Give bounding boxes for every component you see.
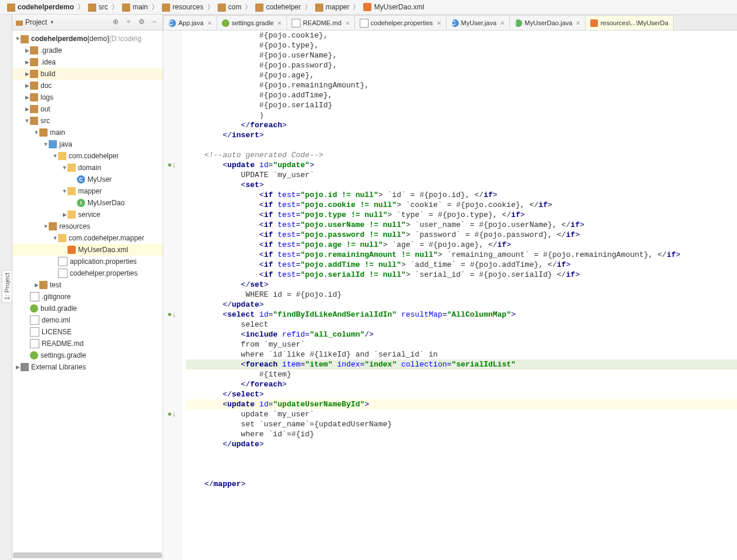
- breadcrumb-item[interactable]: mapper: [312, 2, 353, 12]
- pkg-icon: [67, 164, 76, 172]
- grad-icon: [222, 19, 229, 27]
- code-editor[interactable]: ●↓●↓●↓ #{pojo.cookie}, #{pojo.type}, #{p…: [163, 30, 737, 560]
- tab-structure[interactable]: 7: Structure: [0, 267, 2, 306]
- tree-item[interactable]: build.gradle: [12, 303, 163, 314]
- tree-item[interactable]: ▼domain: [12, 162, 163, 174]
- tree-item[interactable]: README.md: [12, 338, 163, 349]
- close-icon[interactable]: ✕: [500, 20, 505, 26]
- tree-item[interactable]: MyUserDao.xml: [12, 244, 163, 256]
- close-icon[interactable]: ✕: [437, 20, 441, 26]
- library-icon: [21, 363, 29, 371]
- project-tree[interactable]: ▼codehelperdemo [demo] (D:\code\g▶.gradl…: [12, 30, 163, 560]
- tree-root[interactable]: ▼codehelperdemo [demo] (D:\code\g: [12, 33, 163, 45]
- pkg-icon: [58, 152, 66, 160]
- tree-item[interactable]: ▼src: [12, 115, 163, 127]
- tree-item[interactable]: settings.gradle: [12, 349, 163, 361]
- hide-icon[interactable]: −: [150, 18, 159, 27]
- tree-item[interactable]: ▼resources: [12, 220, 163, 232]
- editor-tab[interactable]: resources\...\MyUserDa: [585, 15, 674, 30]
- breadcrumb-item[interactable]: com: [214, 2, 245, 12]
- breadcrumb: codehelperdemo〉src〉main〉resources〉com〉co…: [0, 0, 737, 15]
- editor-tab[interactable]: CMyUser.java✕: [446, 15, 511, 30]
- res-icon: [49, 222, 57, 230]
- editor-tab[interactable]: CApp.java✕: [163, 15, 217, 30]
- tree-item[interactable]: ▼java: [12, 138, 163, 150]
- tree-item[interactable]: ▶doc: [12, 80, 163, 91]
- folder-icon: [30, 46, 38, 55]
- tree-item[interactable]: ▶.idea: [12, 56, 163, 68]
- gutter[interactable]: ●↓●↓●↓: [163, 30, 181, 560]
- tree-item[interactable]: ▶out: [12, 103, 163, 115]
- scrollbar-horizontal[interactable]: [13, 552, 162, 558]
- close-icon[interactable]: ✕: [345, 20, 350, 26]
- tree-external-libs[interactable]: ▶External Libraries: [12, 361, 163, 373]
- tool-window-bar-left: 1: Project 7: Structure 2: Favorites: [0, 15, 12, 560]
- collapse-icon[interactable]: ⊕: [111, 18, 120, 27]
- folder-icon: [30, 117, 38, 125]
- tree-item[interactable]: ▶service: [12, 209, 163, 220]
- panel-title-label: Project: [25, 18, 47, 26]
- editor-tab[interactable]: codehelper.properties✕: [354, 15, 447, 30]
- xml-icon: [590, 19, 598, 27]
- tree-item[interactable]: ▼mapper: [12, 185, 163, 197]
- pkg-icon: [58, 234, 66, 242]
- folder-icon: [7, 4, 15, 12]
- editor-tab[interactable]: settings.gradle✕: [217, 15, 288, 30]
- breadcrumb-item[interactable]: main: [119, 2, 151, 12]
- folder-icon: [162, 4, 170, 12]
- folder-icon: [255, 4, 263, 12]
- tree-item[interactable]: codehelper.properties: [12, 267, 163, 279]
- file-icon: [30, 339, 39, 348]
- pkg-icon: [67, 187, 76, 195]
- module-icon: [21, 35, 29, 43]
- tree-item[interactable]: ▶test: [12, 279, 163, 291]
- prop-icon: [30, 315, 39, 325]
- tab-project[interactable]: 1: Project: [2, 270, 12, 303]
- code-content[interactable]: #{pojo.cookie}, #{pojo.type}, #{pojo.use…: [181, 30, 737, 560]
- breadcrumb-item[interactable]: src: [84, 2, 111, 12]
- tree-item[interactable]: CMyUser: [12, 174, 163, 185]
- tree-item[interactable]: ▶logs: [12, 91, 163, 103]
- tree-item[interactable]: ▼com.codehelper.mapper: [12, 232, 163, 244]
- project-panel-title[interactable]: Project ▼: [16, 18, 111, 26]
- folder-icon: [30, 58, 38, 66]
- tree-item[interactable]: ▶.gradle: [12, 45, 163, 56]
- tree-item[interactable]: ▼main: [12, 127, 163, 138]
- breadcrumb-item[interactable]: codehelper: [252, 2, 304, 12]
- close-icon[interactable]: ✕: [277, 20, 282, 26]
- grad-icon: [30, 304, 38, 313]
- file-icon: [292, 19, 300, 28]
- folder-icon: [88, 4, 96, 12]
- editor-tab[interactable]: README.md✕: [286, 15, 354, 30]
- project-panel: Project ▼ ⊕ ÷ ⚙ − ▼codehelperdemo [demo]…: [12, 15, 163, 560]
- tree-item[interactable]: ▶build: [12, 68, 163, 80]
- file-icon: [30, 292, 39, 301]
- settings-icon[interactable]: ⚙: [137, 18, 146, 27]
- select-opened-icon[interactable]: ÷: [124, 18, 133, 27]
- folder-icon: [39, 281, 48, 289]
- close-icon[interactable]: ✕: [207, 20, 212, 26]
- tree-item[interactable]: .gitignore: [12, 291, 163, 303]
- breadcrumb-item[interactable]: codehelperdemo: [4, 2, 77, 12]
- breadcrumb-item[interactable]: MyUserDao.xml: [360, 3, 427, 11]
- folder-icon: [363, 3, 371, 11]
- editor-tab[interactable]: IMyUserDao.java✕: [509, 15, 586, 30]
- folder-icon: [218, 4, 226, 12]
- prop-icon: [58, 269, 67, 278]
- class-icon: C: [77, 175, 85, 184]
- close-icon[interactable]: ✕: [576, 20, 580, 26]
- tree-item[interactable]: demo.iml: [12, 314, 163, 326]
- src-icon: [49, 140, 57, 148]
- breadcrumb-item[interactable]: resources: [158, 2, 207, 12]
- tree-item[interactable]: LICENSE: [12, 326, 163, 338]
- tree-item[interactable]: application.properties: [12, 256, 163, 267]
- editor-area: CApp.java✕settings.gradle✕README.md✕code…: [163, 15, 737, 560]
- folder-icon: [16, 21, 23, 26]
- prop-icon: [58, 257, 67, 266]
- tree-item[interactable]: ▼com.codehelper: [12, 150, 163, 162]
- int-icon: I: [515, 19, 522, 27]
- xml-icon: [67, 246, 76, 254]
- folder-icon: [30, 93, 38, 101]
- tree-item[interactable]: IMyUserDao: [12, 197, 163, 209]
- folder-hl-icon: [30, 70, 38, 78]
